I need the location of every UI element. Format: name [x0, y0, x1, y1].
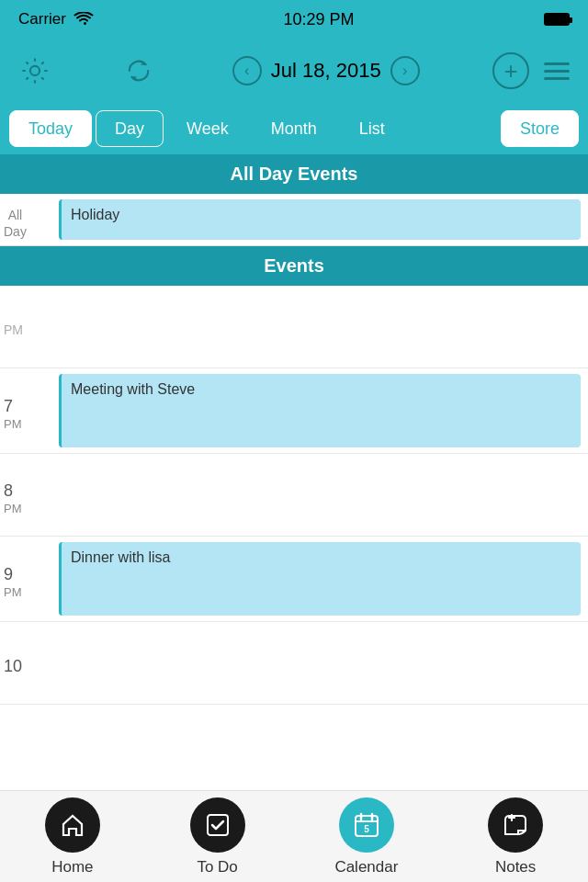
status-carrier: Carrier — [18, 10, 94, 28]
time-label-6pm: PM — [0, 286, 51, 368]
svg-point-0 — [30, 66, 40, 75]
event-slot-7pm: Meeting with Steve — [51, 368, 588, 453]
battery-icon — [544, 13, 570, 26]
time-label-9pm: 9 PM — [0, 537, 51, 621]
toolbar-actions: + — [492, 52, 573, 89]
tab-list[interactable]: List — [340, 110, 404, 147]
all-day-events: Holiday — [51, 194, 588, 245]
all-day-label: AllDay — [0, 194, 51, 245]
add-event-button[interactable]: + — [492, 52, 529, 89]
time-row-10pm: 10 — [0, 622, 588, 705]
all-day-header: All Day Events — [0, 154, 588, 194]
bottom-nav: Home To Do 5 Calendar — [0, 790, 588, 882]
carrier-text: Carrier — [18, 10, 66, 28]
toolbar: ‹ Jul 18, 2015 › + — [0, 39, 588, 103]
event-slot-6pm — [51, 286, 588, 368]
event-slot-8pm — [51, 454, 588, 536]
tab-today[interactable]: Today — [9, 110, 92, 147]
nav-todo-label: To Do — [197, 858, 237, 876]
time-row-9pm: 9 PM Dinner with lisa — [0, 537, 588, 622]
settings-icon[interactable] — [15, 51, 55, 91]
nav-notes[interactable]: Notes — [488, 797, 543, 876]
notes-icon — [488, 797, 543, 853]
tab-month[interactable]: Month — [252, 110, 336, 147]
nav-home-label: Home — [51, 858, 93, 876]
nav-calendar-label: Calendar — [334, 858, 398, 876]
all-day-row: AllDay Holiday — [0, 194, 588, 246]
wifi-icon — [74, 12, 94, 27]
event-slot-10pm — [51, 622, 588, 704]
dinner-event[interactable]: Dinner with lisa — [59, 542, 581, 616]
tab-store[interactable]: Store — [501, 110, 579, 147]
calendar-content: All Day Events AllDay Holiday Events PM … — [0, 154, 588, 790]
holiday-event[interactable]: Holiday — [59, 199, 581, 240]
home-icon — [45, 797, 100, 853]
tab-day[interactable]: Day — [96, 110, 164, 147]
status-bar: Carrier 10:29 PM — [0, 0, 588, 39]
prev-date-button[interactable]: ‹ — [232, 56, 262, 85]
events-header: Events — [0, 246, 588, 286]
calendar-icon: 5 — [339, 797, 394, 853]
nav-todo[interactable]: To Do — [190, 797, 245, 876]
time-label-10pm: 10 — [0, 622, 51, 704]
time-label-7pm: 7 PM — [0, 368, 51, 453]
status-battery — [544, 13, 570, 26]
next-date-button[interactable]: › — [390, 56, 420, 85]
status-time: 10:29 PM — [283, 10, 354, 29]
nav-calendar[interactable]: 5 Calendar — [334, 797, 398, 876]
svg-text:5: 5 — [364, 824, 369, 834]
time-row-7pm: 7 PM Meeting with Steve — [0, 368, 588, 454]
tab-week[interactable]: Week — [167, 110, 248, 147]
svg-rect-1 — [208, 815, 228, 835]
nav-notes-label: Notes — [495, 858, 536, 876]
sync-icon[interactable] — [119, 51, 159, 91]
nav-home[interactable]: Home — [45, 797, 100, 876]
time-row-8pm: 8 PM — [0, 454, 588, 537]
tab-bar: Today Day Week Month List Store — [0, 103, 588, 154]
time-label-8pm: 8 PM — [0, 454, 51, 536]
toolbar-date-nav: ‹ Jul 18, 2015 › — [232, 56, 420, 85]
todo-icon — [190, 797, 245, 853]
meeting-event[interactable]: Meeting with Steve — [59, 374, 581, 447]
time-row-6pm: PM — [0, 286, 588, 368]
menu-button[interactable] — [540, 59, 573, 84]
event-slot-9pm: Dinner with lisa — [51, 537, 588, 621]
current-date: Jul 18, 2015 — [271, 59, 381, 83]
